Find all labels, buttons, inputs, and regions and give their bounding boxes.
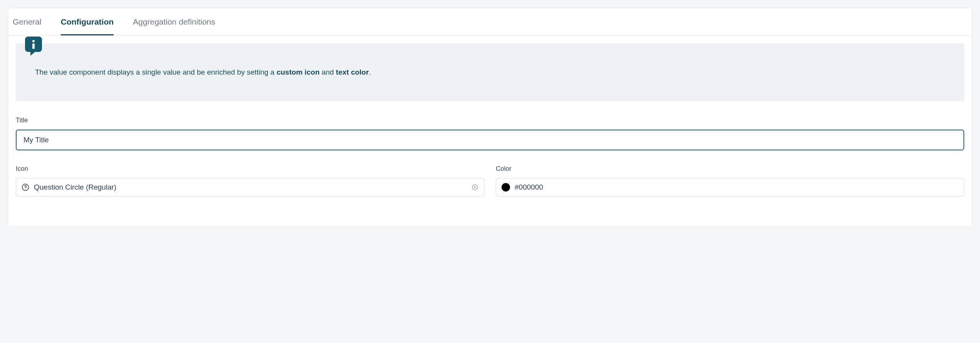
color-swatch (502, 183, 510, 191)
clear-icon[interactable] (472, 184, 478, 191)
tab-general[interactable]: General (13, 8, 42, 35)
color-field-group: Color #000000 (496, 165, 964, 196)
svg-point-1 (32, 40, 35, 42)
svg-point-3 (22, 184, 29, 191)
title-field-group: Title (16, 117, 964, 150)
color-picker[interactable]: #000000 (496, 178, 964, 196)
title-input[interactable] (16, 130, 964, 150)
tab-aggregation-definitions[interactable]: Aggregation definitions (133, 8, 215, 35)
svg-point-4 (25, 189, 25, 189)
svg-rect-2 (32, 43, 35, 49)
tab-content: The value component displays a single va… (8, 36, 972, 226)
tab-bar: General Configuration Aggregation defini… (8, 8, 972, 36)
icon-color-row: Icon Question Circle (Regular) (16, 165, 964, 211)
config-panel: General Configuration Aggregation defini… (8, 8, 972, 227)
info-text: The value component displays a single va… (35, 67, 945, 78)
info-banner: The value component displays a single va… (16, 43, 964, 101)
color-value: #000000 (515, 183, 958, 191)
icon-label: Icon (16, 165, 484, 173)
color-label: Color (496, 165, 964, 173)
icon-value: Question Circle (Regular) (34, 183, 467, 191)
info-icon (25, 37, 42, 58)
question-circle-icon (22, 183, 29, 191)
icon-select[interactable]: Question Circle (Regular) (16, 178, 484, 196)
title-label: Title (16, 117, 964, 124)
tab-configuration[interactable]: Configuration (61, 8, 114, 35)
icon-field-group: Icon Question Circle (Regular) (16, 165, 484, 196)
